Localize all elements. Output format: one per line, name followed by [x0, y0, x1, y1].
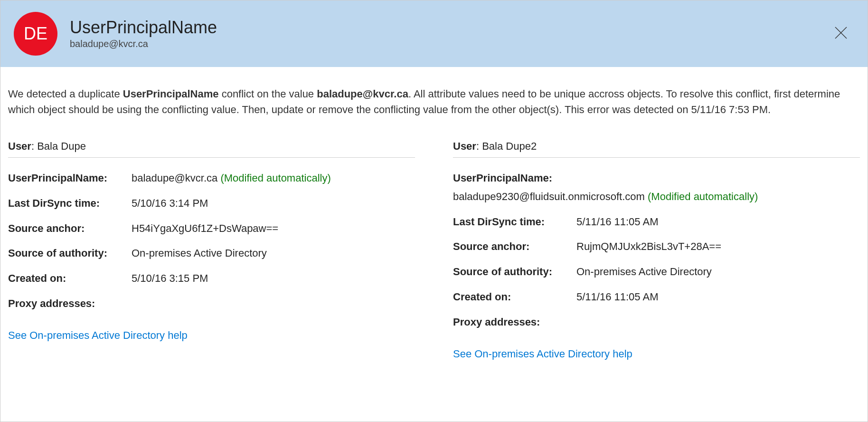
value-dirsync-left: 5/10/16 3:14 PM [132, 196, 415, 211]
value-created-left: 5/10/16 3:15 PM [132, 271, 415, 286]
label-created: Created on: [453, 290, 576, 305]
header-text: UserPrincipalName baladupe@kvcr.ca [70, 18, 217, 50]
help-link-left[interactable]: See On-premises Active Directory help [8, 329, 188, 342]
user-column-left: User: Bala Dupe UserPrincipalName: balad… [8, 140, 415, 360]
field-anchor-right: Source anchor: RujmQMJUxk2BisL3vT+28A== [453, 240, 860, 254]
desc-attr: UserPrincipalName [123, 88, 219, 100]
modified-auto-left: (Modified automatically) [220, 172, 330, 184]
dialog-subtitle: baladupe@kvcr.ca [70, 38, 217, 49]
label-upn: UserPrincipalName: [453, 171, 860, 186]
field-created-right: Created on: 5/11/16 11:05 AM [453, 290, 860, 305]
value-authority-right: On-premises Active Directory [576, 265, 860, 279]
desc-mid: conflict on the value [219, 88, 317, 100]
label-anchor: Source anchor: [453, 240, 576, 254]
value-upn-left: baladupe@kvcr.ca (Modified automatically… [132, 171, 415, 186]
user-label: User [8, 140, 31, 152]
label-proxy: Proxy addresses: [8, 297, 132, 311]
user-name-right: Bala Dupe2 [482, 140, 537, 152]
value-proxy-right [576, 315, 860, 330]
avatar-initials: DE [24, 24, 47, 44]
user-column-right: User: Bala Dupe2 UserPrincipalName: bala… [453, 140, 860, 360]
label-proxy: Proxy addresses: [453, 315, 576, 330]
user-name-left: Bala Dupe [37, 140, 86, 152]
value-created-right: 5/11/16 11:05 AM [576, 290, 860, 305]
field-upn-right: UserPrincipalName: baladupe9230@fluidsui… [453, 171, 860, 204]
field-proxy-left: Proxy addresses: [8, 297, 415, 311]
desc-prefix: We detected a duplicate [8, 88, 123, 100]
modified-auto-right: (Modified automatically) [648, 191, 758, 202]
dialog-title: UserPrincipalName [70, 18, 217, 37]
value-proxy-left [132, 297, 415, 311]
user-columns: User: Bala Dupe UserPrincipalName: balad… [8, 140, 860, 360]
label-created: Created on: [8, 271, 132, 286]
value-anchor-right: RujmQMJUxk2BisL3vT+28A== [576, 240, 860, 254]
label-dirsync: Last DirSync time: [453, 215, 576, 230]
field-dirsync-right: Last DirSync time: 5/11/16 11:05 AM [453, 215, 860, 230]
value-authority-left: On-premises Active Directory [132, 246, 415, 261]
label-anchor: Source anchor: [8, 221, 132, 236]
value-dirsync-right: 5/11/16 11:05 AM [576, 215, 860, 230]
user-heading-right: User: Bala Dupe2 [453, 140, 860, 158]
label-authority: Source of authority: [453, 265, 576, 279]
close-button[interactable] [833, 25, 849, 42]
field-authority-right: Source of authority: On-premises Active … [453, 265, 860, 279]
close-icon [833, 34, 849, 42]
field-dirsync-left: Last DirSync time: 5/10/16 3:14 PM [8, 196, 415, 211]
label-dirsync: Last DirSync time: [8, 196, 132, 211]
field-proxy-right: Proxy addresses: [453, 315, 860, 330]
label-upn: UserPrincipalName: [8, 171, 132, 186]
upn-text-left: baladupe@kvcr.ca [132, 172, 217, 184]
field-authority-left: Source of authority: On-premises Active … [8, 246, 415, 261]
help-link-right[interactable]: See On-premises Active Directory help [453, 348, 632, 360]
dialog-body: We detected a duplicate UserPrincipalNam… [0, 67, 868, 422]
field-upn-left: UserPrincipalName: baladupe@kvcr.ca (Mod… [8, 171, 415, 186]
dialog-header: DE UserPrincipalName baladupe@kvcr.ca [0, 0, 868, 67]
user-heading-left: User: Bala Dupe [8, 140, 415, 158]
value-anchor-left: H54iYgaXgU6f1Z+DsWapaw== [132, 221, 415, 236]
value-upn-right: baladupe9230@fluidsuit.onmicrosoft.com (… [453, 190, 860, 204]
dialog-container: DE UserPrincipalName baladupe@kvcr.ca We… [0, 0, 868, 422]
label-authority: Source of authority: [8, 246, 132, 261]
desc-value: baladupe@kvcr.ca [317, 88, 408, 100]
field-created-left: Created on: 5/10/16 3:15 PM [8, 271, 415, 286]
user-label: User [453, 140, 476, 152]
upn-text-right: baladupe9230@fluidsuit.onmicrosoft.com [453, 191, 645, 202]
avatar: DE [14, 12, 57, 56]
field-anchor-left: Source anchor: H54iYgaXgU6f1Z+DsWapaw== [8, 221, 415, 236]
conflict-description: We detected a duplicate UserPrincipalNam… [8, 86, 860, 117]
